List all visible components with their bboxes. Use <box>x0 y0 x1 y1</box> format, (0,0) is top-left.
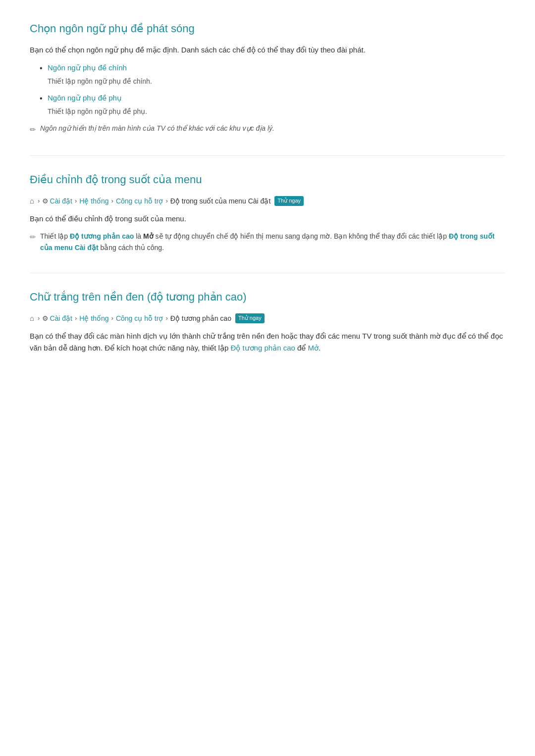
section3-body-part3: . <box>319 344 321 352</box>
breadcrumb-settings[interactable]: Cài đặt <box>50 196 72 206</box>
chevron-icon-4: › <box>165 196 167 206</box>
section3-title: Chữ trắng trên nền đen (độ tương phản ca… <box>30 288 505 305</box>
gear-icon: ⚙ <box>42 196 49 206</box>
divider-1 <box>30 155 505 156</box>
section1-note: Ngôn ngữ hiển thị trên màn hình của TV c… <box>40 123 274 134</box>
chevron-icon-5: › <box>38 313 40 324</box>
section2-note-row: ✏ Thiết lập Độ tương phản cao là Mở sẽ t… <box>30 231 505 253</box>
section2-note-part2: là <box>134 232 143 240</box>
gear-icon-3: ⚙ <box>42 313 49 324</box>
chevron-icon-6: › <box>75 313 77 324</box>
primary-subtitle-link[interactable]: Ngôn ngữ phụ đề chính <box>48 63 127 72</box>
breadcrumb-current: Độ trong suốt của menu Cài đặt <box>170 196 271 206</box>
section3-link2[interactable]: Mở <box>308 344 319 352</box>
section2-breadcrumb: ⌂ › ⚙ Cài đặt › Hệ thống › Công cụ hỗ tr… <box>30 195 505 207</box>
section3-body: Bạn có thể thay đổi các màn hình dịch vụ… <box>30 330 505 354</box>
breadcrumb-system-3[interactable]: Hệ thống <box>79 313 108 324</box>
divider-2 <box>30 273 505 273</box>
list-item-secondary: Ngôn ngữ phụ đề phụ Thiết lập ngôn ngữ p… <box>40 92 505 117</box>
breadcrumb-support-3[interactable]: Công cụ hỗ trợ <box>116 313 163 324</box>
try-now-badge-2[interactable]: Thử ngay <box>235 313 265 323</box>
chevron-icon-3: › <box>111 196 113 206</box>
section1-title: Chọn ngôn ngữ phụ đề phát sóng <box>30 20 505 37</box>
section1-note-row: ✏ Ngôn ngữ hiển thị trên màn hình của TV… <box>30 123 505 136</box>
breadcrumb-current-3: Độ tương phản cao <box>170 313 231 324</box>
pencil-icon-2: ✏ <box>30 231 36 243</box>
section1-list: Ngôn ngữ phụ đề chính Thiết lập ngôn ngữ… <box>30 62 505 117</box>
section2-note-part1: Thiết lập <box>40 232 70 240</box>
section3-breadcrumb: ⌂ › ⚙ Cài đặt › Hệ thống › Công cụ hỗ tr… <box>30 312 505 324</box>
chevron-icon-7: › <box>111 313 113 324</box>
section-menu-transparency: Điều chỉnh độ trong suốt của menu ⌂ › ⚙ … <box>30 171 505 253</box>
section2-note-part4: bằng cách thủ công. <box>99 244 164 252</box>
section3-link1[interactable]: Độ tương phản cao <box>230 344 295 352</box>
breadcrumb-support[interactable]: Công cụ hỗ trợ <box>116 196 163 206</box>
section2-title: Điều chỉnh độ trong suốt của menu <box>30 171 505 188</box>
secondary-subtitle-link[interactable]: Ngôn ngữ phụ đề phụ <box>48 94 122 102</box>
section2-intro: Bạn có thể điều chỉnh độ trong suốt của … <box>30 213 505 225</box>
list-item-primary: Ngôn ngữ phụ đề chính Thiết lập ngôn ngữ… <box>40 62 505 87</box>
primary-subtitle-desc: Thiết lập ngôn ngữ phụ đề chính. <box>48 76 505 87</box>
chevron-icon-8: › <box>165 313 167 324</box>
breadcrumb-settings-3[interactable]: Cài đặt <box>50 313 72 324</box>
section2-note-bold1: Mở <box>143 232 154 240</box>
section3-body-part2: để <box>295 344 308 352</box>
section-high-contrast: Chữ trắng trên nền đen (độ tương phản ca… <box>30 288 505 354</box>
chevron-icon-1: › <box>38 196 40 206</box>
secondary-subtitle-desc: Thiết lập ngôn ngữ phụ đề phụ. <box>48 106 505 117</box>
home-icon-3: ⌂ <box>30 312 34 324</box>
section2-note-part3: sẽ tự động chuyển chế độ hiển thị menu s… <box>154 232 449 240</box>
chevron-icon-2: › <box>75 196 77 206</box>
breadcrumb-system[interactable]: Hệ thống <box>79 196 108 206</box>
section2-note-link1[interactable]: Độ tương phản cao <box>70 232 134 240</box>
section-subtitle-language: Chọn ngôn ngữ phụ đề phát sóng Bạn có th… <box>30 20 505 136</box>
section2-note-content: Thiết lập Độ tương phản cao là Mở sẽ tự … <box>40 231 505 253</box>
try-now-badge-1[interactable]: Thử ngay <box>274 196 304 206</box>
section1-intro: Bạn có thể chọn ngôn ngữ phụ đề mặc định… <box>30 44 505 56</box>
home-icon: ⌂ <box>30 195 34 207</box>
pencil-icon: ✏ <box>30 124 36 136</box>
